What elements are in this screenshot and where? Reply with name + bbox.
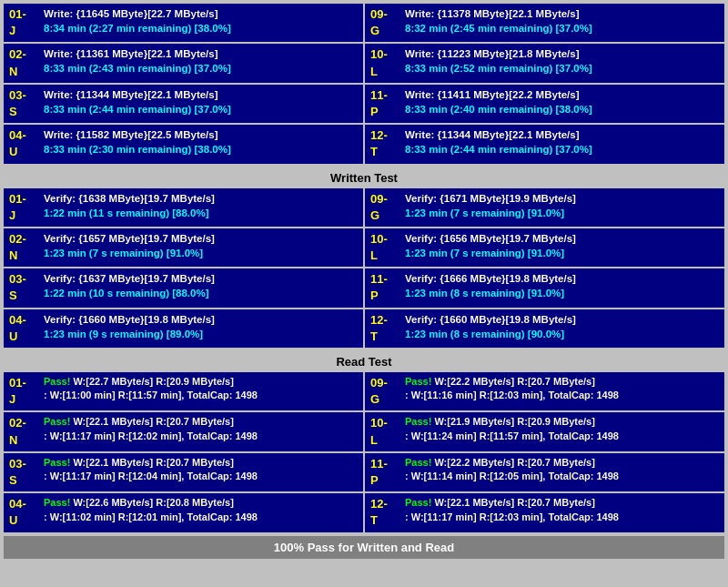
write-cell-01j: Write: {11645 MByte}[22.7 MByte/s] 8:34 … — [38, 4, 363, 42]
write-cell-02n: Write: {11361 MByte}[22.1 MByte/s] 8:33 … — [38, 44, 363, 82]
device-id-04u-verify: 04-U — [4, 309, 38, 348]
device-id-03s-verify: 03-S — [4, 268, 38, 307]
verify-grid: 01-J Verify: {1638 MByte}[19.7 MByte/s] … — [4, 188, 724, 350]
written-test-label: Written Test — [4, 167, 724, 188]
footer-status: 100% Pass for Written and Read — [4, 536, 724, 559]
verify-cell-10l: Verify: {1656 MByte}[19.7 MByte/s] 1:23 … — [399, 228, 724, 267]
read-cell-03s: Pass! W:[22.1 MByte/s] R:[20.7 MByte/s] … — [38, 453, 363, 491]
verify-cell-02n: Verify: {1657 MByte}[19.7 MByte/s] 1:23 … — [38, 228, 363, 267]
device-id-12t-verify: 12-T — [365, 309, 399, 348]
device-id-01j-read: 01-J — [4, 372, 38, 410]
device-id-01j-verify: 01-J — [4, 188, 38, 227]
read-cell-09g: Pass! W:[22.2 MByte/s] R:[20.7 MByte/s] … — [399, 372, 724, 410]
verify-cell-12t: Verify: {1660 MByte}[19.8 MByte/s] 1:23 … — [399, 309, 724, 348]
device-id-04u-write: 04-U — [4, 125, 38, 163]
device-id-10l-verify: 10-L — [365, 228, 399, 267]
device-id-02n-read: 02-N — [4, 412, 38, 450]
main-container: 01-J Write: {11645 MByte}[22.7 MByte/s] … — [0, 0, 728, 562]
device-id-03s-read: 03-S — [4, 453, 38, 491]
device-id-09g-write: 09-G — [365, 4, 399, 42]
verify-cell-03s: Verify: {1637 MByte}[19.7 MByte/s] 1:22 … — [38, 268, 363, 307]
verify-cell-11p: Verify: {1666 MByte}[19.8 MByte/s] 1:23 … — [399, 268, 724, 307]
device-id-11p-write: 11-P — [365, 85, 399, 123]
read-cell-11p: Pass! W:[22.2 MByte/s] R:[20.7 MByte/s] … — [399, 453, 724, 491]
write-cell-04u: Write: {11582 MByte}[22.5 MByte/s] 8:33 … — [38, 125, 363, 163]
device-id-10l-write: 10-L — [365, 44, 399, 82]
device-id-12t-read: 12-T — [365, 493, 399, 531]
device-id-10l-read: 10-L — [365, 412, 399, 450]
read-right-col: 09-G Pass! W:[22.2 MByte/s] R:[20.7 MByt… — [365, 372, 724, 534]
read-cell-04u: Pass! W:[22.6 MByte/s] R:[20.8 MByte/s] … — [38, 493, 363, 531]
write-cell-10l: Write: {11223 MByte}[21.8 MByte/s] 8:33 … — [399, 44, 724, 82]
device-id-02n-verify: 02-N — [4, 228, 38, 267]
read-left-col: 01-J Pass! W:[22.7 MByte/s] R:[20.9 MByt… — [4, 372, 363, 534]
read-section: 01-J Pass! W:[22.7 MByte/s] R:[20.9 MByt… — [4, 372, 724, 534]
write-cell-11p: Write: {11411 MByte}[22.2 MByte/s] 8:33 … — [399, 85, 724, 123]
device-id-11p-read: 11-P — [365, 453, 399, 491]
write-cell-09g: Write: {11378 MByte}[22.1 MByte/s] 8:32 … — [399, 4, 724, 42]
write-cell-03s: Write: {11344 MByte}[22.1 MByte/s] 8:33 … — [38, 85, 363, 123]
device-id-03s-write: 03-S — [4, 85, 38, 123]
verify-left-col: 01-J Verify: {1638 MByte}[19.7 MByte/s] … — [4, 188, 363, 350]
device-id-09g-read: 09-G — [365, 372, 399, 410]
read-cell-01j: Pass! W:[22.7 MByte/s] R:[20.9 MByte/s] … — [38, 372, 363, 410]
device-id-01j-write: 01-J — [4, 4, 38, 42]
verify-section: 01-J Verify: {1638 MByte}[19.7 MByte/s] … — [4, 188, 724, 350]
device-id-02n-write: 02-N — [4, 44, 38, 82]
read-cell-02n: Pass! W:[22.1 MByte/s] R:[20.7 MByte/s] … — [38, 412, 363, 450]
device-id-09g-verify: 09-G — [365, 188, 399, 227]
device-id-04u-read: 04-U — [4, 493, 38, 531]
write-left-col: 01-J Write: {11645 MByte}[22.7 MByte/s] … — [4, 4, 363, 166]
read-test-label: Read Test — [4, 351, 724, 372]
verify-cell-09g: Verify: {1671 MByte}[19.9 MByte/s] 1:23 … — [399, 188, 724, 227]
write-right-col: 09-G Write: {11378 MByte}[22.1 MByte/s] … — [365, 4, 724, 166]
read-cell-10l: Pass! W:[21.9 MByte/s] R:[20.9 MByte/s] … — [399, 412, 724, 450]
write-grid: 01-J Write: {11645 MByte}[22.7 MByte/s] … — [4, 4, 724, 166]
device-id-11p-verify: 11-P — [365, 268, 399, 307]
device-id-12t-write: 12-T — [365, 125, 399, 163]
verify-right-col: 09-G Verify: {1671 MByte}[19.9 MByte/s] … — [365, 188, 724, 350]
write-cell-12t: Write: {11344 MByte}[22.1 MByte/s] 8:33 … — [399, 125, 724, 163]
verify-cell-04u: Verify: {1660 MByte}[19.8 MByte/s] 1:23 … — [38, 309, 363, 348]
verify-cell-01j: Verify: {1638 MByte}[19.7 MByte/s] 1:22 … — [38, 188, 363, 227]
read-grid: 01-J Pass! W:[22.7 MByte/s] R:[20.9 MByt… — [4, 372, 724, 534]
write-section: 01-J Write: {11645 MByte}[22.7 MByte/s] … — [4, 4, 724, 166]
read-cell-12t: Pass! W:[22.1 MByte/s] R:[20.7 MByte/s] … — [399, 493, 724, 531]
